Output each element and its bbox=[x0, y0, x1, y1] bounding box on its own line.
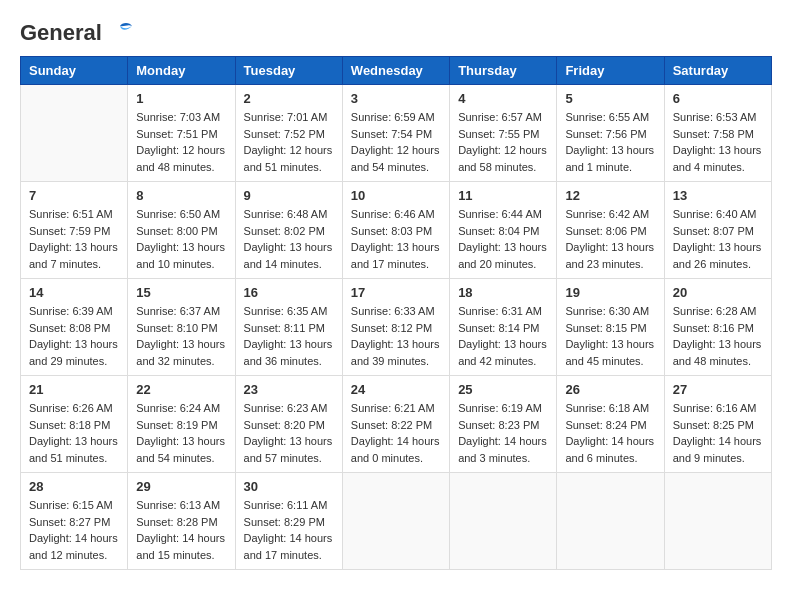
day-number: 10 bbox=[351, 188, 441, 203]
calendar-week-row: 14Sunrise: 6:39 AM Sunset: 8:08 PM Dayli… bbox=[21, 279, 772, 376]
day-info: Sunrise: 6:57 AM Sunset: 7:55 PM Dayligh… bbox=[458, 109, 548, 175]
calendar-week-row: 1Sunrise: 7:03 AM Sunset: 7:51 PM Daylig… bbox=[21, 85, 772, 182]
day-number: 9 bbox=[244, 188, 334, 203]
calendar-cell: 10Sunrise: 6:46 AM Sunset: 8:03 PM Dayli… bbox=[342, 182, 449, 279]
day-info: Sunrise: 6:16 AM Sunset: 8:25 PM Dayligh… bbox=[673, 400, 763, 466]
calendar-cell: 1Sunrise: 7:03 AM Sunset: 7:51 PM Daylig… bbox=[128, 85, 235, 182]
day-number: 12 bbox=[565, 188, 655, 203]
calendar-week-row: 21Sunrise: 6:26 AM Sunset: 8:18 PM Dayli… bbox=[21, 376, 772, 473]
calendar-cell: 14Sunrise: 6:39 AM Sunset: 8:08 PM Dayli… bbox=[21, 279, 128, 376]
calendar-cell: 29Sunrise: 6:13 AM Sunset: 8:28 PM Dayli… bbox=[128, 473, 235, 570]
day-number: 20 bbox=[673, 285, 763, 300]
calendar-cell bbox=[664, 473, 771, 570]
day-info: Sunrise: 6:21 AM Sunset: 8:22 PM Dayligh… bbox=[351, 400, 441, 466]
calendar-cell: 19Sunrise: 6:30 AM Sunset: 8:15 PM Dayli… bbox=[557, 279, 664, 376]
calendar-cell: 3Sunrise: 6:59 AM Sunset: 7:54 PM Daylig… bbox=[342, 85, 449, 182]
logo-bird-icon bbox=[106, 22, 134, 44]
column-header-saturday: Saturday bbox=[664, 57, 771, 85]
day-number: 5 bbox=[565, 91, 655, 106]
calendar-cell: 24Sunrise: 6:21 AM Sunset: 8:22 PM Dayli… bbox=[342, 376, 449, 473]
day-number: 15 bbox=[136, 285, 226, 300]
day-info: Sunrise: 6:13 AM Sunset: 8:28 PM Dayligh… bbox=[136, 497, 226, 563]
calendar-cell: 17Sunrise: 6:33 AM Sunset: 8:12 PM Dayli… bbox=[342, 279, 449, 376]
day-info: Sunrise: 6:37 AM Sunset: 8:10 PM Dayligh… bbox=[136, 303, 226, 369]
day-info: Sunrise: 6:42 AM Sunset: 8:06 PM Dayligh… bbox=[565, 206, 655, 272]
day-number: 29 bbox=[136, 479, 226, 494]
column-header-monday: Monday bbox=[128, 57, 235, 85]
page-header: General bbox=[20, 20, 772, 46]
day-info: Sunrise: 6:18 AM Sunset: 8:24 PM Dayligh… bbox=[565, 400, 655, 466]
calendar-cell bbox=[557, 473, 664, 570]
day-number: 4 bbox=[458, 91, 548, 106]
day-number: 18 bbox=[458, 285, 548, 300]
calendar-cell: 13Sunrise: 6:40 AM Sunset: 8:07 PM Dayli… bbox=[664, 182, 771, 279]
day-info: Sunrise: 6:19 AM Sunset: 8:23 PM Dayligh… bbox=[458, 400, 548, 466]
day-number: 23 bbox=[244, 382, 334, 397]
day-info: Sunrise: 6:53 AM Sunset: 7:58 PM Dayligh… bbox=[673, 109, 763, 175]
day-number: 17 bbox=[351, 285, 441, 300]
calendar-cell: 2Sunrise: 7:01 AM Sunset: 7:52 PM Daylig… bbox=[235, 85, 342, 182]
day-number: 30 bbox=[244, 479, 334, 494]
day-info: Sunrise: 6:35 AM Sunset: 8:11 PM Dayligh… bbox=[244, 303, 334, 369]
day-number: 22 bbox=[136, 382, 226, 397]
calendar-cell: 21Sunrise: 6:26 AM Sunset: 8:18 PM Dayli… bbox=[21, 376, 128, 473]
column-header-thursday: Thursday bbox=[450, 57, 557, 85]
day-number: 16 bbox=[244, 285, 334, 300]
calendar-cell bbox=[450, 473, 557, 570]
calendar-table: SundayMondayTuesdayWednesdayThursdayFrid… bbox=[20, 56, 772, 570]
day-info: Sunrise: 6:15 AM Sunset: 8:27 PM Dayligh… bbox=[29, 497, 119, 563]
calendar-cell: 15Sunrise: 6:37 AM Sunset: 8:10 PM Dayli… bbox=[128, 279, 235, 376]
calendar-cell: 23Sunrise: 6:23 AM Sunset: 8:20 PM Dayli… bbox=[235, 376, 342, 473]
day-number: 11 bbox=[458, 188, 548, 203]
day-info: Sunrise: 6:30 AM Sunset: 8:15 PM Dayligh… bbox=[565, 303, 655, 369]
calendar-cell: 8Sunrise: 6:50 AM Sunset: 8:00 PM Daylig… bbox=[128, 182, 235, 279]
day-info: Sunrise: 6:44 AM Sunset: 8:04 PM Dayligh… bbox=[458, 206, 548, 272]
day-info: Sunrise: 6:55 AM Sunset: 7:56 PM Dayligh… bbox=[565, 109, 655, 175]
day-number: 24 bbox=[351, 382, 441, 397]
logo-general-text: General bbox=[20, 20, 102, 46]
day-number: 8 bbox=[136, 188, 226, 203]
day-number: 26 bbox=[565, 382, 655, 397]
calendar-header-row: SundayMondayTuesdayWednesdayThursdayFrid… bbox=[21, 57, 772, 85]
day-number: 13 bbox=[673, 188, 763, 203]
calendar-cell: 28Sunrise: 6:15 AM Sunset: 8:27 PM Dayli… bbox=[21, 473, 128, 570]
day-number: 2 bbox=[244, 91, 334, 106]
column-header-tuesday: Tuesday bbox=[235, 57, 342, 85]
day-number: 27 bbox=[673, 382, 763, 397]
day-number: 19 bbox=[565, 285, 655, 300]
calendar-cell: 27Sunrise: 6:16 AM Sunset: 8:25 PM Dayli… bbox=[664, 376, 771, 473]
calendar-cell: 22Sunrise: 6:24 AM Sunset: 8:19 PM Dayli… bbox=[128, 376, 235, 473]
calendar-cell: 18Sunrise: 6:31 AM Sunset: 8:14 PM Dayli… bbox=[450, 279, 557, 376]
day-info: Sunrise: 6:24 AM Sunset: 8:19 PM Dayligh… bbox=[136, 400, 226, 466]
calendar-cell: 12Sunrise: 6:42 AM Sunset: 8:06 PM Dayli… bbox=[557, 182, 664, 279]
column-header-wednesday: Wednesday bbox=[342, 57, 449, 85]
day-info: Sunrise: 6:33 AM Sunset: 8:12 PM Dayligh… bbox=[351, 303, 441, 369]
day-info: Sunrise: 7:03 AM Sunset: 7:51 PM Dayligh… bbox=[136, 109, 226, 175]
day-number: 3 bbox=[351, 91, 441, 106]
day-info: Sunrise: 6:46 AM Sunset: 8:03 PM Dayligh… bbox=[351, 206, 441, 272]
calendar-cell: 16Sunrise: 6:35 AM Sunset: 8:11 PM Dayli… bbox=[235, 279, 342, 376]
calendar-cell: 9Sunrise: 6:48 AM Sunset: 8:02 PM Daylig… bbox=[235, 182, 342, 279]
day-info: Sunrise: 6:40 AM Sunset: 8:07 PM Dayligh… bbox=[673, 206, 763, 272]
day-info: Sunrise: 6:59 AM Sunset: 7:54 PM Dayligh… bbox=[351, 109, 441, 175]
calendar-cell: 11Sunrise: 6:44 AM Sunset: 8:04 PM Dayli… bbox=[450, 182, 557, 279]
day-number: 7 bbox=[29, 188, 119, 203]
calendar-cell bbox=[342, 473, 449, 570]
logo: General bbox=[20, 20, 134, 46]
day-number: 21 bbox=[29, 382, 119, 397]
day-info: Sunrise: 6:39 AM Sunset: 8:08 PM Dayligh… bbox=[29, 303, 119, 369]
calendar-week-row: 7Sunrise: 6:51 AM Sunset: 7:59 PM Daylig… bbox=[21, 182, 772, 279]
day-number: 28 bbox=[29, 479, 119, 494]
day-number: 25 bbox=[458, 382, 548, 397]
day-info: Sunrise: 6:48 AM Sunset: 8:02 PM Dayligh… bbox=[244, 206, 334, 272]
day-number: 14 bbox=[29, 285, 119, 300]
day-info: Sunrise: 6:26 AM Sunset: 8:18 PM Dayligh… bbox=[29, 400, 119, 466]
calendar-week-row: 28Sunrise: 6:15 AM Sunset: 8:27 PM Dayli… bbox=[21, 473, 772, 570]
day-info: Sunrise: 6:11 AM Sunset: 8:29 PM Dayligh… bbox=[244, 497, 334, 563]
day-info: Sunrise: 6:50 AM Sunset: 8:00 PM Dayligh… bbox=[136, 206, 226, 272]
calendar-cell: 26Sunrise: 6:18 AM Sunset: 8:24 PM Dayli… bbox=[557, 376, 664, 473]
column-header-friday: Friday bbox=[557, 57, 664, 85]
day-info: Sunrise: 6:31 AM Sunset: 8:14 PM Dayligh… bbox=[458, 303, 548, 369]
calendar-cell: 20Sunrise: 6:28 AM Sunset: 8:16 PM Dayli… bbox=[664, 279, 771, 376]
day-number: 1 bbox=[136, 91, 226, 106]
